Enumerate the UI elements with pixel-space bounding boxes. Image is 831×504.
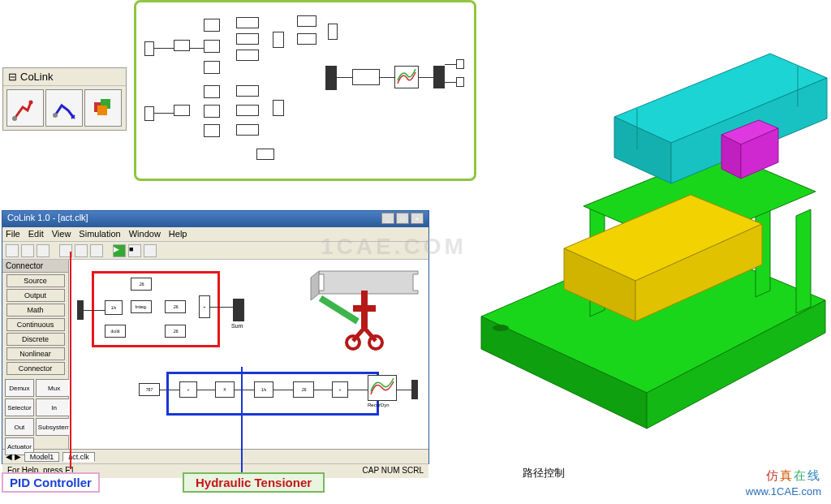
stop-button[interactable]: ■: [128, 244, 141, 257]
integrator-hyd[interactable]: 1/s: [254, 381, 273, 398]
product-direction-block: [352, 69, 380, 85]
tab-actclk[interactable]: act.clk: [62, 452, 95, 462]
gain-block: [236, 105, 259, 116]
new-button[interactable]: [6, 244, 19, 257]
paste-button[interactable]: [90, 244, 103, 257]
gain-d[interactable]: .26: [165, 325, 186, 338]
copy-button[interactable]: [75, 244, 88, 257]
recurdyn-plant[interactable]: [368, 375, 397, 401]
menu-help[interactable]: Help: [169, 229, 187, 239]
category-source[interactable]: Source: [6, 274, 65, 287]
tab-model1[interactable]: Model1: [24, 452, 60, 462]
sum-block: [273, 32, 284, 48]
statusbar-indicators: CAP NUM SCRL: [363, 466, 424, 476]
sum-hyd[interactable]: +: [179, 381, 197, 398]
hydraulic-tensioner-label: Hydraulic Tensioner: [183, 472, 325, 493]
svg-rect-5: [97, 106, 107, 115]
offset-block: [256, 149, 274, 160]
collapse-icon[interactable]: ⊟: [8, 71, 17, 83]
gain-block: [174, 40, 190, 51]
derivative-block: [204, 124, 220, 137]
menu-simulation[interactable]: Simulation: [79, 229, 120, 239]
integrator[interactable]: 1/s: [105, 300, 123, 315]
colink-title: CoLink: [20, 71, 53, 83]
category-output[interactable]: Output: [6, 289, 65, 302]
gain-block: [204, 40, 220, 53]
gain-787[interactable]: 787: [139, 383, 160, 396]
svg-point-0: [12, 116, 17, 121]
colink-palette-panel: ⊟ CoLink: [2, 67, 127, 131]
robot-arm-red-icon[interactable]: [6, 89, 44, 127]
svg-marker-17: [796, 209, 811, 313]
svg-point-31: [493, 325, 509, 331]
watermark: 1CAE.COM: [321, 234, 467, 260]
category-connector[interactable]: Connector: [6, 362, 65, 375]
website-url: www.1CAE.com: [746, 485, 821, 498]
sum-label: Sum: [231, 323, 243, 329]
i-gain-block: [236, 33, 259, 45]
category-continuous[interactable]: Continuous: [6, 318, 65, 331]
palette-out[interactable]: Out: [5, 418, 34, 436]
integrator-label: Integ.: [131, 300, 152, 313]
category-nonlinear[interactable]: Nonlinear: [6, 347, 65, 360]
connector-panel: Connector Source Output Math Continuous …: [2, 260, 69, 449]
svg-point-1: [29, 101, 33, 105]
gain-block: [236, 124, 259, 136]
gain-block: [297, 15, 316, 27]
demux-block: [433, 66, 445, 88]
menu-file[interactable]: File: [6, 229, 20, 239]
close-button[interactable]: ×: [411, 213, 424, 224]
cube-package-icon[interactable]: [84, 89, 122, 127]
palette-selector[interactable]: Selector: [5, 398, 34, 416]
output-block: [456, 59, 464, 69]
pid-controller-label: PID Controller: [2, 472, 100, 493]
block: [204, 85, 220, 98]
gain-i[interactable]: .26: [165, 300, 186, 313]
play-button[interactable]: ▶: [113, 244, 126, 257]
minimize-button[interactable]: _: [381, 213, 394, 224]
input-block: [144, 106, 154, 121]
gain-block: [174, 105, 190, 116]
pid-leader-line: [70, 252, 71, 469]
hyd-leader-line: [241, 367, 243, 479]
integrator-block: [204, 19, 220, 32]
path-control-label: 路径控制: [523, 466, 565, 480]
document-tabs: ◀ ▶ Model1 act.clk: [2, 449, 428, 463]
gain-hyd[interactable]: .26: [293, 381, 314, 398]
category-discrete[interactable]: Discrete: [6, 333, 65, 346]
output-block: [456, 77, 464, 87]
mux-block: [328, 24, 338, 40]
demux-in[interactable]: [77, 300, 84, 320]
maximize-button[interactable]: □: [396, 213, 409, 224]
save-button[interactable]: [37, 244, 50, 257]
sum-out[interactable]: +: [332, 381, 348, 398]
recurdyn-label: RecurDyn: [368, 403, 390, 407]
cad-3d-model: [476, 47, 830, 437]
window-title: CoLink 1.0 - [act.clk]: [7, 213, 88, 226]
category-math[interactable]: Math: [6, 304, 65, 317]
mux-block: [325, 66, 337, 90]
product[interactable]: X: [215, 381, 235, 398]
robot-arm-blue-icon[interactable]: [45, 89, 83, 127]
menu-view[interactable]: View: [52, 229, 71, 239]
svg-point-2: [53, 113, 58, 118]
connector-panel-header: Connector: [2, 260, 68, 273]
palette-mux[interactable]: Mux: [36, 379, 73, 397]
colink-palette-header[interactable]: ⊟ CoLink: [3, 68, 126, 86]
window-titlebar[interactable]: CoLink 1.0 - [act.clk] _ □ ×: [2, 211, 428, 227]
sum-pid[interactable]: +: [199, 295, 210, 318]
derivative[interactable]: du/dt: [105, 325, 126, 338]
demux-out[interactable]: [411, 380, 418, 399]
p-gain-block: [236, 17, 259, 28]
palette-demux[interactable]: Demux: [5, 379, 34, 397]
brand-label: 仿真在线: [766, 468, 821, 484]
gain-p[interactable]: .26: [131, 278, 152, 291]
settings-button[interactable]: [144, 244, 157, 257]
menu-window[interactable]: Window: [129, 229, 161, 239]
model-canvas[interactable]: .26 1/s Integ. .26 du/dt .26 + Sum 787 +…: [69, 260, 428, 449]
menu-edit[interactable]: Edit: [28, 229, 44, 239]
palette-subsystem[interactable]: Subsystem: [36, 418, 73, 436]
mux-out[interactable]: [233, 299, 244, 321]
palette-in[interactable]: In: [36, 398, 73, 416]
open-button[interactable]: [21, 244, 34, 257]
